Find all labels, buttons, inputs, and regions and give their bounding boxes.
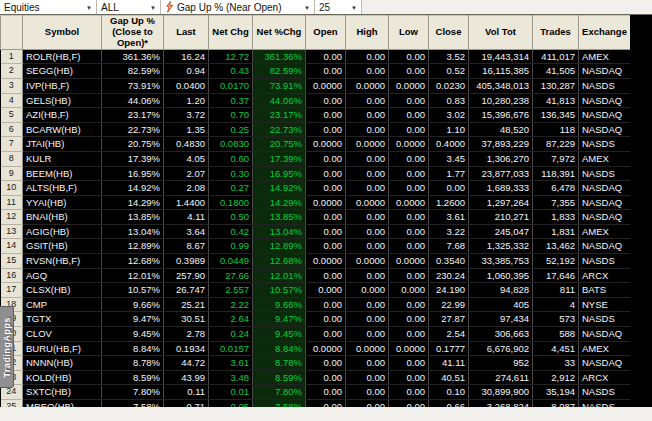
table-row[interactable]: 22 NNNN(HB) 8.78% 44.72 3.61 8.78% 0.00 … (1, 356, 631, 371)
gap-up-cell: 8.78% (102, 356, 164, 371)
high-cell: 0.00 (346, 224, 389, 239)
hotlist-grid: Symbol Gap Up % (Close to Open)* Last Ne… (0, 15, 630, 421)
net-chg-cell: 0.30 (209, 166, 253, 181)
table-row[interactable]: 5 AZI(HB,F) 23.17% 3.72 0.70 23.17% 0.00… (1, 108, 631, 123)
vol-tot-cell: 48,520 (469, 122, 533, 137)
symbol-cell: BURU(HB,F) (23, 341, 102, 356)
table-row[interactable]: 15 RVSN(HB,F) 12.68% 0.3989 0.0449 12.68… (1, 254, 631, 269)
last-cell: 2.07 (164, 166, 209, 181)
last-cell: 2.78 (164, 327, 209, 342)
close-cell: 0.1777 (429, 341, 469, 356)
symbol-cell: ALTS(HB,F) (23, 181, 102, 196)
gap-up-cell: 8.59% (102, 370, 164, 385)
toolbar: Equities ▼ ALL ▼ Gap Up % (Near Open) ▼ … (0, 0, 652, 15)
table-row[interactable]: 4 GELS(HB) 44.06% 1.20 0.37 44.06% 0.00 … (1, 93, 631, 108)
gap-up-cell: 22.73% (102, 122, 164, 137)
exchange-cell: NASDAQ (579, 122, 631, 137)
high-cell: 0.00 (346, 268, 389, 283)
table-row[interactable]: 13 AGIG(HB) 13.04% 3.64 0.42 13.04% 0.00… (1, 224, 631, 239)
column-header-symbol[interactable]: Symbol (23, 16, 102, 50)
exchange-cell: NASDS (579, 312, 631, 327)
table-row[interactable]: 3 IVP(HB,F) 73.91% 0.0400 0.0170 73.91% … (1, 78, 631, 93)
table-row[interactable]: 11 YYAI(HB) 14.29% 1.4400 0.1800 14.29% … (1, 195, 631, 210)
trades-cell: 4,451 (533, 341, 579, 356)
close-cell: 24.190 (429, 283, 469, 298)
vol-tot-cell: 405,348,013 (469, 78, 533, 93)
close-cell: 3.02 (429, 108, 469, 123)
net-pct-chg-cell: 23.17% (253, 108, 306, 123)
table-row[interactable]: 20 CLOV 9.45% 2.78 0.24 9.45% 0.00 0.00 … (1, 327, 631, 342)
table-row[interactable]: 9 BEEM(HB) 16.95% 2.07 0.30 16.95% 0.00 … (1, 166, 631, 181)
column-header-exchange[interactable]: Exchange (579, 16, 631, 50)
gap-up-cell: 17.39% (102, 151, 164, 166)
vol-tot-cell: 30,899,900 (469, 385, 533, 400)
trades-cell: 52,192 (533, 254, 579, 269)
column-header-net-pct-chg[interactable]: Net %Chg (253, 16, 306, 50)
vol-tot-cell: 1,325,332 (469, 239, 533, 254)
column-header-open[interactable]: Open (306, 16, 346, 50)
vol-tot-cell: 23,877,033 (469, 166, 533, 181)
symbol-cell: KOLD(HB) (23, 370, 102, 385)
open-cell: 0.00 (306, 122, 346, 137)
row-number: 8 (1, 151, 23, 166)
universe-dropdown-value: ALL (101, 2, 119, 13)
vol-tot-cell: 15,396,676 (469, 108, 533, 123)
table-row[interactable]: 18 CMP 9.66% 25.21 2.22 9.66% 0.00 0.00 … (1, 297, 631, 312)
open-cell: 0.00 (306, 268, 346, 283)
high-cell: 0.00 (346, 239, 389, 254)
low-cell: 0.00 (389, 385, 429, 400)
row-number: 13 (1, 224, 23, 239)
trades-cell: 118,391 (533, 166, 579, 181)
vol-tot-cell: 94,828 (469, 283, 533, 298)
column-header-vol-tot[interactable]: Vol Tot (469, 16, 533, 50)
row-number: 11 (1, 195, 23, 210)
table-row[interactable]: 21 BURU(HB,F) 8.84% 0.1934 0.0157 8.84% … (1, 341, 631, 356)
table-row[interactable]: 12 BNAI(HB) 13.85% 4.11 0.50 13.85% 0.00… (1, 210, 631, 225)
last-cell: 4.11 (164, 210, 209, 225)
row-count-dropdown[interactable]: 25 ▼ (315, 0, 362, 14)
close-cell: 0.00 (429, 181, 469, 196)
column-header-high[interactable]: High (346, 16, 389, 50)
column-header-trades[interactable]: Trades (533, 16, 579, 50)
table-row[interactable]: 19 TGTX 9.47% 30.51 2.64 9.47% 0.00 0.00… (1, 312, 631, 327)
close-cell: 0.83 (429, 93, 469, 108)
table-row[interactable]: 10 ALTS(HB,F) 14.92% 2.08 0.27 14.92% 0.… (1, 181, 631, 196)
close-cell: 1.10 (429, 122, 469, 137)
trades-cell: 7,355 (533, 195, 579, 210)
high-cell: 0.00 (346, 122, 389, 137)
table-row[interactable]: 23 KOLD(HB) 8.59% 43.99 3.48 8.59% 0.00 … (1, 370, 631, 385)
trades-cell: 6,478 (533, 181, 579, 196)
open-cell: 0.00 (306, 356, 346, 371)
universe-dropdown[interactable]: ALL ▼ (97, 0, 161, 14)
vol-tot-cell: 19,443,314 (469, 49, 533, 64)
column-header-net-chg[interactable]: Net Chg (209, 16, 253, 50)
column-header-gap-up[interactable]: Gap Up % (Close to Open)* (102, 16, 164, 50)
close-cell: 0.10 (429, 385, 469, 400)
table-row[interactable]: 1 ROLR(HB,F) 361.36% 16.24 12.72 361.36%… (1, 49, 631, 64)
instrument-dropdown[interactable]: Equities ▼ (0, 0, 97, 14)
vol-tot-cell: 1,297,264 (469, 195, 533, 210)
table-row[interactable]: 17 CLSX(HB) 10.57% 26.747 2.557 10.57% 0… (1, 283, 631, 298)
close-cell: 27.87 (429, 312, 469, 327)
trading-apps-tab[interactable]: TradingApps (0, 306, 14, 388)
net-chg-cell: 0.50 (209, 210, 253, 225)
hotlist-dropdown[interactable]: Gap Up % (Near Open) ▼ (161, 0, 315, 14)
net-chg-cell: 0.24 (209, 327, 253, 342)
table-row[interactable]: 6 BCARW(HB) 22.73% 1.35 0.25 22.73% 0.00… (1, 122, 631, 137)
table-row[interactable]: 14 GSIT(HB) 12.89% 8.67 0.99 12.89% 0.00… (1, 239, 631, 254)
last-cell: 1.20 (164, 93, 209, 108)
table-row[interactable]: 2 SEGG(HB) 82.59% 0.94 0.43 82.59% 0.00 … (1, 64, 631, 79)
table-row[interactable]: 16 AGQ 12.01% 257.90 27.66 12.01% 0.00 0… (1, 268, 631, 283)
column-header-low[interactable]: Low (389, 16, 429, 50)
vol-tot-cell: 97,434 (469, 312, 533, 327)
column-header-close[interactable]: Close (429, 16, 469, 50)
last-cell: 0.0400 (164, 78, 209, 93)
table-row[interactable]: 7 JTAI(HB) 20.75% 0.4830 0.0830 20.75% 0… (1, 137, 631, 152)
last-cell: 30.51 (164, 312, 209, 327)
table-row[interactable]: 8 KULR 17.39% 4.05 0.60 17.39% 0.00 0.00… (1, 151, 631, 166)
net-chg-cell: 0.25 (209, 122, 253, 137)
trades-cell: 35,194 (533, 385, 579, 400)
gap-up-cell: 9.45% (102, 327, 164, 342)
column-header-last[interactable]: Last (164, 16, 209, 50)
table-row[interactable]: 24 SXTC(HB) 7.80% 0.11 0.01 7.80% 0.00 0… (1, 385, 631, 400)
